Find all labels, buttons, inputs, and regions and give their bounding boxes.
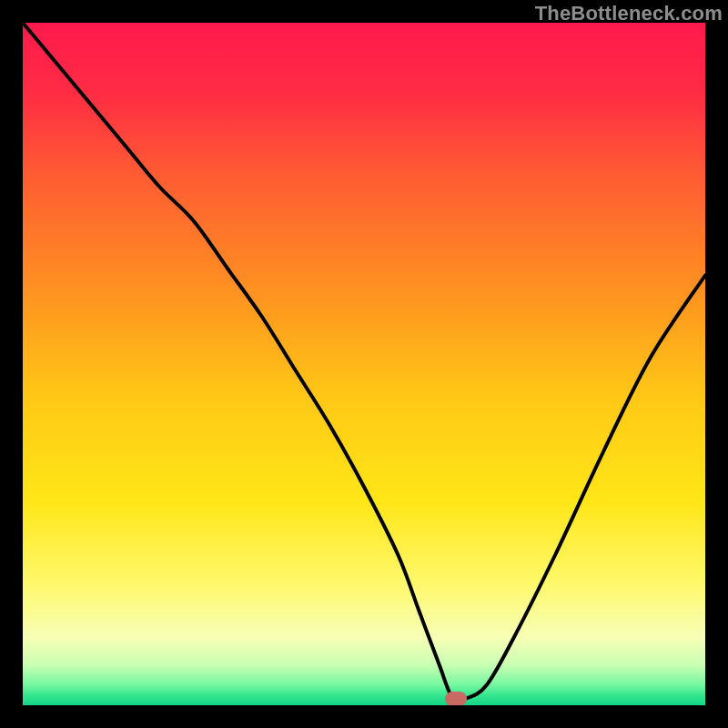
optimal-point-marker: [445, 692, 467, 706]
watermark-text: TheBottleneck.com: [535, 2, 723, 25]
chart-frame: TheBottleneck.com: [0, 0, 728, 728]
plot-area: [23, 23, 705, 705]
bottleneck-curve: [23, 23, 705, 705]
